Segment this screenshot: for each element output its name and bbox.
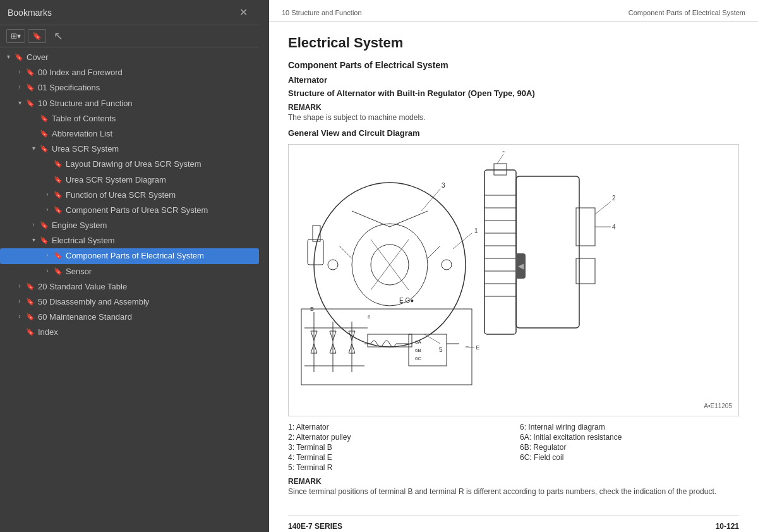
svg-line-17 (453, 233, 472, 249)
tree-item-maintenance[interactable]: ›🔖60 Maintenance Standard (0, 310, 259, 325)
expand-icon[interactable]: › (42, 190, 53, 199)
tree-item-label: Sensor (63, 266, 259, 277)
legend-item-right: 6: Internal wiring diagram (520, 423, 739, 432)
svg-rect-32 (494, 164, 507, 175)
expand-icon[interactable]: ▾ (14, 98, 25, 107)
svg-line-7 (339, 246, 352, 258)
tree-item-label: Electrical System (49, 235, 259, 246)
doc-main-title: Electrical System (288, 35, 739, 51)
expand-icon[interactable]: ▾ (28, 143, 39, 153)
svg-text:2: 2 (502, 151, 506, 154)
expand-icon[interactable]: ▾ (3, 52, 14, 61)
expand-icon[interactable]: › (14, 82, 25, 92)
bookmark-icon: 🔖 (53, 266, 63, 276)
expand-all-button[interactable]: ⊞▾ (6, 29, 25, 43)
panel-collapse-handle[interactable]: ◀ (515, 253, 526, 279)
legend-item-right: 6A: Initial excitation resistance (520, 433, 739, 442)
bookmark-icon: 🔖 (25, 311, 35, 322)
tree-item-structure-function[interactable]: ▾🔖10 Structure and Function (0, 96, 259, 111)
svg-rect-3 (308, 239, 323, 265)
bookmarks-header: Bookmarks ✕ (0, 0, 259, 25)
tree-item-label: Cover (24, 52, 259, 63)
tree-item-cover[interactable]: ▾🔖Cover (0, 50, 259, 65)
bookmark-icon: 🔖 (14, 52, 24, 62)
expand-icon[interactable]: › (14, 311, 25, 321)
bookmark-icon: 🔖 (39, 128, 49, 138)
tree-item-table-contents[interactable]: 🔖Table of Contents (0, 111, 259, 126)
tree-item-electrical-system[interactable]: ▾🔖Electrical System (0, 233, 259, 248)
bookmark-icon: 🔖 (25, 281, 35, 291)
svg-text:2: 2 (612, 195, 616, 202)
bookmark-icon: 🔖 (25, 327, 35, 337)
legend-item-right: 6B: Regulator (520, 443, 739, 452)
bookmarks-panel: Bookmarks ✕ ⊞▾ 🔖 ↖ ▾🔖Cover›🔖00 Index and… (0, 0, 259, 532)
tree-item-label: Function of Urea SCR System (63, 190, 259, 201)
remark-label-1: REMARK (288, 103, 739, 112)
svg-text:5: 5 (439, 346, 443, 353)
tree-item-index[interactable]: 🔖Index (0, 325, 259, 340)
tree-item-label: Urea SCR System (49, 143, 259, 155)
tree-item-label: 01 Specifications (35, 82, 259, 94)
expand-icon[interactable]: ▾ (28, 235, 39, 245)
svg-line-19 (424, 334, 440, 344)
tree-item-component-urea[interactable]: ›🔖Component Parts of Urea SCR System (0, 203, 259, 218)
svg-line-8 (428, 246, 440, 258)
remark-text-1: The shape is subject to machine models. (288, 113, 739, 122)
svg-text:6B: 6B (415, 348, 421, 353)
svg-text:1: 1 (474, 227, 478, 234)
bookmark-icon: 🔖 (39, 143, 49, 154)
tree-item-label: Abbreviation List (49, 128, 259, 140)
footer-left: 140E-7 SERIES (288, 522, 342, 531)
tree-item-engine-system[interactable]: ›🔖Engine System (0, 218, 259, 233)
expand-icon[interactable] (14, 327, 25, 327)
svg-text:— E: — E (469, 344, 480, 351)
tree-item-label: 20 Standard Value Table (35, 281, 259, 293)
svg-text:6A: 6A (415, 339, 421, 345)
bookmark-icon: 🔖 (53, 205, 63, 215)
expand-icon[interactable]: › (42, 266, 53, 275)
expand-icon[interactable]: › (28, 220, 39, 229)
tree-item-label: Table of Contents (49, 113, 259, 124)
tree-item-layout-urea[interactable]: 🔖Layout Drawing of Urea SCR System (0, 157, 259, 172)
tree-item-specifications[interactable]: ›🔖01 Specifications (0, 80, 259, 95)
tree-item-function-urea[interactable]: ›🔖Function of Urea SCR System (0, 188, 259, 203)
tree-item-disassembly[interactable]: ›🔖50 Disassembly and Assembly (0, 294, 259, 310)
tree-item-urea-scr-system[interactable]: ▾🔖Urea SCR System (0, 142, 259, 157)
legend-item-left: 1: Alternator (288, 423, 507, 432)
expand-icon[interactable] (28, 128, 39, 129)
bookmark-icon: 🔖 (25, 67, 35, 77)
tree-item-standard-value[interactable]: ›🔖20 Standard Value Table (0, 279, 259, 294)
expand-icon[interactable]: › (42, 250, 53, 260)
svg-text:E G●: E G● (399, 297, 414, 304)
close-button[interactable]: ✕ (236, 5, 251, 20)
cursor-indicator: ↖ (54, 29, 63, 43)
expand-icon[interactable] (28, 113, 39, 114)
bookmark-icon: 🔖 (53, 190, 63, 200)
expand-icon[interactable]: › (14, 67, 25, 76)
doc-subsection: Alternator (288, 75, 739, 85)
bookmark-icon: 🔖 (25, 98, 35, 108)
expand-icon[interactable] (42, 174, 53, 175)
svg-text:6C: 6C (415, 356, 421, 361)
tree-item-urea-diagram[interactable]: 🔖Urea SCR System Diagram (0, 172, 259, 188)
svg-rect-4 (313, 226, 320, 241)
diagram-section-title: General View and Circuit Diagram (288, 128, 739, 138)
svg-rect-31 (516, 176, 579, 328)
bookmarks-title: Bookmarks (8, 8, 52, 18)
bookmark-tree: ▾🔖Cover›🔖00 Index and Foreword›🔖01 Speci… (0, 47, 259, 532)
expand-icon[interactable]: › (14, 281, 25, 291)
tree-item-label: Index (35, 327, 259, 338)
legend-item-right (520, 463, 739, 472)
svg-line-39 (497, 154, 503, 164)
tree-item-sensor[interactable]: ›🔖Sensor (0, 264, 259, 279)
svg-point-12 (442, 260, 452, 270)
expand-icon[interactable] (42, 159, 53, 159)
bookmark-icon: 🔖 (53, 174, 63, 184)
tree-item-index-foreword[interactable]: ›🔖00 Index and Foreword (0, 65, 259, 80)
doc-header-right: Component Parts of Electrical System (629, 9, 745, 16)
tree-item-abbreviation-list[interactable]: 🔖Abbreviation List (0, 126, 259, 142)
tree-item-component-electrical[interactable]: ›🔖Component Parts of Electrical System (0, 248, 259, 263)
expand-icon[interactable]: › (14, 296, 25, 306)
bookmark-options-button[interactable]: 🔖 (28, 29, 46, 43)
expand-icon[interactable]: › (42, 205, 53, 214)
